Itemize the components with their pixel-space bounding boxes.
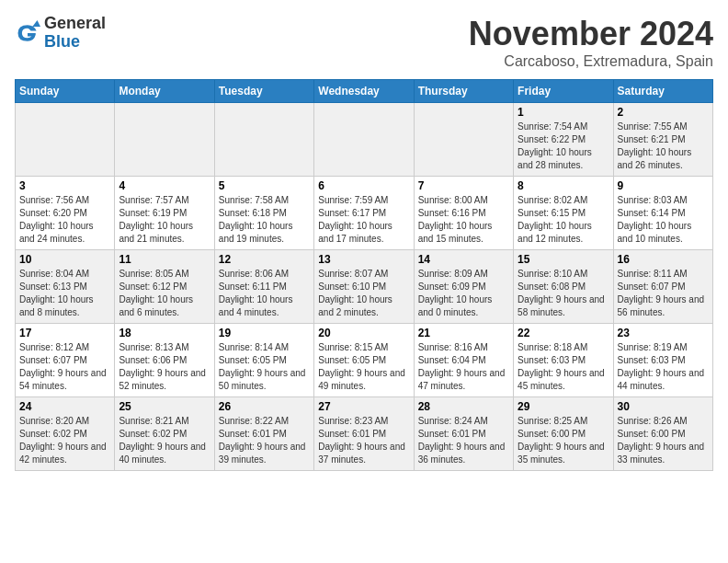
calendar-header: SundayMondayTuesdayWednesdayThursdayFrid…: [16, 80, 713, 103]
logo: General Blue: [15, 15, 106, 52]
calendar-table: SundayMondayTuesdayWednesdayThursdayFrid…: [15, 79, 713, 471]
logo-general-text: General: [44, 15, 106, 33]
day-number: 16: [618, 253, 709, 266]
day-info: Sunrise: 8:09 AM Sunset: 6:09 PM Dayligh…: [418, 268, 509, 319]
calendar-day-cell: 7Sunrise: 8:00 AM Sunset: 6:16 PM Daylig…: [414, 177, 513, 250]
page-header: General Blue November 2024 Carcaboso, Ex…: [15, 15, 713, 70]
calendar-day-cell: 17Sunrise: 8:12 AM Sunset: 6:07 PM Dayli…: [16, 324, 115, 397]
day-of-week-header: Sunday: [16, 80, 115, 103]
day-number: 24: [19, 400, 110, 413]
day-number: 11: [119, 253, 210, 266]
calendar-day-cell: 18Sunrise: 8:13 AM Sunset: 6:06 PM Dayli…: [115, 324, 214, 397]
day-number: 27: [318, 400, 409, 413]
day-number: 21: [418, 327, 509, 339]
calendar-day-cell: 20Sunrise: 8:15 AM Sunset: 6:05 PM Dayli…: [314, 324, 414, 397]
day-info: Sunrise: 7:54 AM Sunset: 6:22 PM Dayligh…: [518, 121, 609, 172]
calendar-day-cell: [214, 103, 313, 177]
calendar-day-cell: 16Sunrise: 8:11 AM Sunset: 6:07 PM Dayli…: [613, 250, 712, 324]
day-info: Sunrise: 8:22 AM Sunset: 6:01 PM Dayligh…: [219, 415, 310, 466]
calendar-day-cell: 25Sunrise: 8:21 AM Sunset: 6:02 PM Dayli…: [115, 397, 214, 471]
calendar-day-cell: 1Sunrise: 7:54 AM Sunset: 6:22 PM Daylig…: [514, 103, 613, 177]
day-number: 29: [518, 400, 609, 413]
month-title: November 2024: [469, 15, 713, 53]
calendar-week-row: 3Sunrise: 7:56 AM Sunset: 6:20 PM Daylig…: [16, 177, 713, 250]
day-info: Sunrise: 8:21 AM Sunset: 6:02 PM Dayligh…: [119, 415, 210, 466]
day-number: 13: [318, 253, 409, 266]
day-info: Sunrise: 8:15 AM Sunset: 6:05 PM Dayligh…: [318, 341, 409, 393]
day-info: Sunrise: 8:14 AM Sunset: 6:05 PM Dayligh…: [219, 341, 310, 393]
day-of-week-header: Saturday: [613, 80, 712, 103]
calendar-day-cell: 26Sunrise: 8:22 AM Sunset: 6:01 PM Dayli…: [214, 397, 313, 471]
location-subtitle: Carcaboso, Extremadura, Spain: [469, 53, 713, 70]
day-info: Sunrise: 8:24 AM Sunset: 6:01 PM Dayligh…: [418, 415, 509, 466]
day-number: 17: [19, 327, 110, 339]
calendar-day-cell: [414, 103, 513, 177]
calendar-day-cell: 4Sunrise: 7:57 AM Sunset: 6:19 PM Daylig…: [115, 177, 214, 250]
day-number: 9: [618, 179, 709, 192]
day-info: Sunrise: 8:03 AM Sunset: 6:14 PM Dayligh…: [618, 194, 709, 246]
calendar-day-cell: 23Sunrise: 8:19 AM Sunset: 6:03 PM Dayli…: [613, 324, 712, 397]
day-number: 6: [318, 179, 409, 192]
day-info: Sunrise: 8:07 AM Sunset: 6:10 PM Dayligh…: [318, 268, 409, 319]
day-number: 20: [318, 327, 409, 339]
calendar-body: 1Sunrise: 7:54 AM Sunset: 6:22 PM Daylig…: [16, 103, 713, 471]
day-number: 28: [418, 400, 509, 413]
day-info: Sunrise: 7:57 AM Sunset: 6:19 PM Dayligh…: [119, 194, 210, 246]
calendar-day-cell: 24Sunrise: 8:20 AM Sunset: 6:02 PM Dayli…: [16, 397, 115, 471]
day-info: Sunrise: 8:04 AM Sunset: 6:13 PM Dayligh…: [19, 268, 110, 319]
day-number: 2: [618, 106, 709, 119]
day-number: 7: [418, 179, 509, 192]
day-info: Sunrise: 8:06 AM Sunset: 6:11 PM Dayligh…: [219, 268, 310, 319]
day-info: Sunrise: 8:00 AM Sunset: 6:16 PM Dayligh…: [418, 194, 509, 246]
day-number: 22: [518, 327, 609, 339]
day-info: Sunrise: 7:59 AM Sunset: 6:17 PM Dayligh…: [318, 194, 409, 246]
day-number: 8: [518, 179, 609, 192]
calendar-week-row: 1Sunrise: 7:54 AM Sunset: 6:22 PM Daylig…: [16, 103, 713, 177]
calendar-day-cell: 19Sunrise: 8:14 AM Sunset: 6:05 PM Dayli…: [214, 324, 313, 397]
calendar-day-cell: 2Sunrise: 7:55 AM Sunset: 6:21 PM Daylig…: [613, 103, 712, 177]
day-info: Sunrise: 7:56 AM Sunset: 6:20 PM Dayligh…: [19, 194, 110, 246]
day-of-week-header: Tuesday: [214, 80, 313, 103]
day-of-week-header: Monday: [115, 80, 214, 103]
logo-icon: [15, 20, 40, 46]
calendar-day-cell: 14Sunrise: 8:09 AM Sunset: 6:09 PM Dayli…: [414, 250, 513, 324]
title-area: November 2024 Carcaboso, Extremadura, Sp…: [469, 15, 713, 70]
day-number: 30: [618, 400, 709, 413]
day-number: 4: [119, 179, 210, 192]
day-number: 26: [219, 400, 310, 413]
day-of-week-header: Wednesday: [314, 80, 414, 103]
calendar-week-row: 17Sunrise: 8:12 AM Sunset: 6:07 PM Dayli…: [16, 324, 713, 397]
day-info: Sunrise: 8:18 AM Sunset: 6:03 PM Dayligh…: [518, 341, 609, 393]
logo-blue-text: Blue: [44, 33, 106, 52]
day-number: 5: [219, 179, 310, 192]
day-info: Sunrise: 8:10 AM Sunset: 6:08 PM Dayligh…: [518, 268, 609, 319]
day-number: 10: [19, 253, 110, 266]
calendar-day-cell: 22Sunrise: 8:18 AM Sunset: 6:03 PM Dayli…: [514, 324, 613, 397]
day-info: Sunrise: 8:02 AM Sunset: 6:15 PM Dayligh…: [518, 194, 609, 246]
calendar-day-cell: 28Sunrise: 8:24 AM Sunset: 6:01 PM Dayli…: [414, 397, 513, 471]
day-info: Sunrise: 8:25 AM Sunset: 6:00 PM Dayligh…: [518, 415, 609, 466]
calendar-day-cell: 6Sunrise: 7:59 AM Sunset: 6:17 PM Daylig…: [314, 177, 414, 250]
day-info: Sunrise: 7:55 AM Sunset: 6:21 PM Dayligh…: [618, 121, 709, 172]
day-number: 3: [19, 179, 110, 192]
calendar-day-cell: [314, 103, 414, 177]
calendar-day-cell: 27Sunrise: 8:23 AM Sunset: 6:01 PM Dayli…: [314, 397, 414, 471]
calendar-day-cell: 29Sunrise: 8:25 AM Sunset: 6:00 PM Dayli…: [514, 397, 613, 471]
calendar-week-row: 24Sunrise: 8:20 AM Sunset: 6:02 PM Dayli…: [16, 397, 713, 471]
day-info: Sunrise: 8:23 AM Sunset: 6:01 PM Dayligh…: [318, 415, 409, 466]
calendar-day-cell: [115, 103, 214, 177]
day-number: 19: [219, 327, 310, 339]
day-info: Sunrise: 8:13 AM Sunset: 6:06 PM Dayligh…: [119, 341, 210, 393]
day-number: 25: [119, 400, 210, 413]
calendar-day-cell: 21Sunrise: 8:16 AM Sunset: 6:04 PM Dayli…: [414, 324, 513, 397]
calendar-day-cell: [16, 103, 115, 177]
calendar-week-row: 10Sunrise: 8:04 AM Sunset: 6:13 PM Dayli…: [16, 250, 713, 324]
day-number: 12: [219, 253, 310, 266]
day-info: Sunrise: 7:58 AM Sunset: 6:18 PM Dayligh…: [219, 194, 310, 246]
header-row: SundayMondayTuesdayWednesdayThursdayFrid…: [16, 80, 713, 103]
day-of-week-header: Friday: [514, 80, 613, 103]
calendar-day-cell: 30Sunrise: 8:26 AM Sunset: 6:00 PM Dayli…: [613, 397, 712, 471]
day-info: Sunrise: 8:19 AM Sunset: 6:03 PM Dayligh…: [618, 341, 709, 393]
day-of-week-header: Thursday: [414, 80, 513, 103]
day-number: 23: [618, 327, 709, 339]
